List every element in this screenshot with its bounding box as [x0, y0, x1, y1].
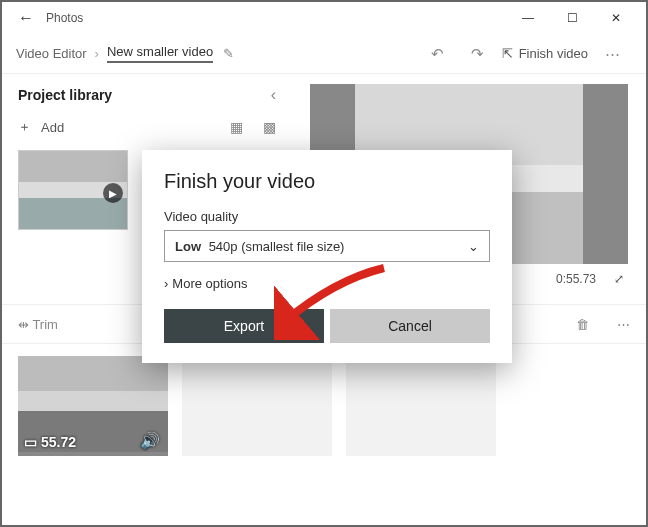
- delete-button[interactable]: 🗑: [576, 317, 589, 332]
- storyboard: ▭55.72 🔊: [2, 344, 646, 474]
- maximize-button[interactable]: ☐: [550, 2, 594, 34]
- grid-small-icon[interactable]: ▩: [263, 119, 276, 135]
- dialog-title: Finish your video: [164, 170, 490, 193]
- clip-duration: 55.72: [41, 434, 76, 450]
- preview-time: 0:55.73: [556, 272, 596, 286]
- redo-button[interactable]: ↷: [458, 45, 498, 63]
- more-button[interactable]: ⋯: [592, 45, 632, 63]
- video-quality-dropdown[interactable]: Low 540p (smallest file size) ⌄: [164, 230, 490, 262]
- titlebar: ← Photos — ☐ ✕: [2, 2, 646, 34]
- window-controls: — ☐ ✕: [506, 2, 638, 34]
- add-button[interactable]: Add: [41, 120, 64, 135]
- export-button[interactable]: Export: [164, 309, 324, 343]
- grid-large-icon[interactable]: ▦: [230, 119, 243, 135]
- video-quality-label: Video quality: [164, 209, 490, 224]
- finish-video-button[interactable]: ⇱ Finish video: [502, 46, 588, 61]
- pencil-icon[interactable]: ✎: [223, 46, 234, 61]
- plus-icon: ＋: [18, 118, 31, 136]
- minimize-button[interactable]: —: [506, 2, 550, 34]
- toolbar: Video Editor › New smaller video ✎ ↶ ↷ ⇱…: [2, 34, 646, 74]
- more-options-toggle[interactable]: › More options: [164, 276, 490, 291]
- chevron-down-icon: ⌄: [468, 239, 479, 254]
- collapse-panel-button[interactable]: ‹: [271, 86, 276, 104]
- app-title: Photos: [46, 11, 506, 25]
- trim-button[interactable]: ⇹ Trim: [18, 317, 58, 332]
- speaker-icon: 🔊: [140, 431, 160, 450]
- play-icon: ▶: [103, 183, 123, 203]
- chevron-right-icon: ›: [164, 276, 168, 291]
- library-clip-thumbnail[interactable]: ▶: [18, 150, 128, 230]
- project-library-title: Project library: [18, 87, 112, 103]
- storyboard-empty-slot[interactable]: [346, 356, 496, 456]
- aspect-icon: ▭: [24, 434, 37, 450]
- undo-button[interactable]: ↶: [418, 45, 458, 63]
- finish-video-dialog: Finish your video Video quality Low 540p…: [142, 150, 512, 363]
- close-button[interactable]: ✕: [594, 2, 638, 34]
- export-icon: ⇱: [502, 46, 513, 61]
- breadcrumb-current[interactable]: New smaller video: [107, 44, 213, 63]
- chevron-right-icon: ›: [95, 46, 99, 61]
- cancel-button[interactable]: Cancel: [330, 309, 490, 343]
- storyboard-more-button[interactable]: ⋯: [617, 317, 630, 332]
- storyboard-clip[interactable]: ▭55.72 🔊: [18, 356, 168, 456]
- fullscreen-button[interactable]: ⤢: [614, 272, 624, 286]
- breadcrumb-root[interactable]: Video Editor: [16, 46, 87, 61]
- back-button[interactable]: ←: [10, 9, 42, 27]
- storyboard-empty-slot[interactable]: [182, 356, 332, 456]
